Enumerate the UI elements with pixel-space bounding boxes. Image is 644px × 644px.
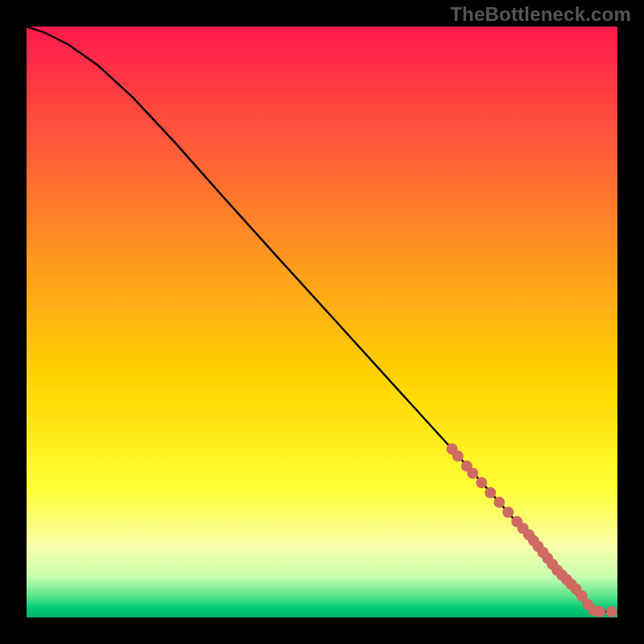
- data-point: [467, 468, 478, 479]
- data-point: [502, 506, 514, 518]
- data-point: [485, 487, 496, 498]
- data-point: [606, 606, 617, 617]
- watermark-label: TheBottleneck.com: [450, 3, 631, 26]
- plot-area: [27, 27, 617, 617]
- data-point: [452, 451, 464, 462]
- chart-canvas: [0, 0, 644, 644]
- data-point: [594, 606, 605, 617]
- data-point: [493, 497, 505, 508]
- data-point: [476, 477, 487, 489]
